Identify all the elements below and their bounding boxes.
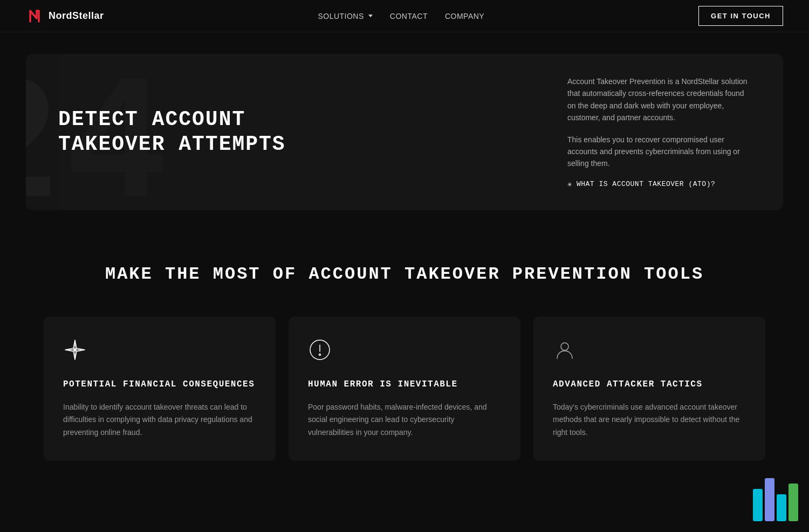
hero-section: 2 4 DETECT ACCOUNT TAKEOVER ATTEMPTS Acc… [26,54,783,210]
navbar: NordStellar SOLUTIONS CONTACT COMPANY GE… [0,0,809,32]
nav-contact[interactable]: CONTACT [390,12,428,20]
card-desc-human-error: Poor password habits, malware-infected d… [308,401,501,439]
ato-link-label: WHAT IS ACCOUNT TAKEOVER (ATO)? [577,180,715,188]
logo-icon [26,8,43,25]
card-title-human-error: HUMAN ERROR IS INEVITABLE [308,379,501,390]
feature-card-financial: POTENTIAL FINANCIAL CONSEQUENCES Inabili… [44,316,276,461]
nav-solutions[interactable]: SOLUTIONS [318,12,372,20]
alert-icon [308,338,501,364]
svg-point-5 [561,343,568,350]
logo[interactable]: NordStellar [26,8,104,25]
bar-1 [753,489,763,521]
star-bullet: ✳ [567,179,572,189]
hero-left: DETECT ACCOUNT TAKEOVER ATTEMPTS [58,107,535,156]
bar-4 [789,483,798,521]
card-title-financial: POTENTIAL FINANCIAL CONSEQUENCES [63,379,256,390]
ato-link[interactable]: ✳ WHAT IS ACCOUNT TAKEOVER (ATO)? [567,179,751,189]
hero-right: Account Takeover Prevention is a NordSte… [535,75,751,189]
feature-card-attacker: ADVANCED ATTACKER TACTICS Today's cyberc… [533,316,765,461]
features-title: MAKE THE MOST OF ACCOUNT TAKEOVER PREVEN… [26,264,783,284]
hero-description-1: Account Takeover Prevention is a NordSte… [567,75,751,124]
svg-point-4 [319,354,321,355]
star-icon [63,338,256,364]
nav-company[interactable]: COMPANY [445,12,484,20]
feature-card-human-error: HUMAN ERROR IS INEVITABLE Poor password … [289,316,520,461]
chevron-down-icon [368,15,373,17]
get-in-touch-button[interactable]: GET IN TOUCH [698,6,783,26]
card-desc-financial: Inability to identify account takeover t… [63,401,256,439]
features-cards: POTENTIAL FINANCIAL CONSEQUENCES Inabili… [26,316,783,461]
svg-text:2: 2 [26,54,57,210]
card-desc-attacker: Today's cybercriminals use advanced acco… [553,401,746,439]
nav-links: SOLUTIONS CONTACT COMPANY [318,12,484,20]
card-title-attacker: ADVANCED ATTACKER TACTICS [553,379,746,390]
bottom-graphic [753,478,798,521]
features-section: MAKE THE MOST OF ACCOUNT TAKEOVER PREVEN… [0,232,809,482]
hero-title: DETECT ACCOUNT TAKEOVER ATTEMPTS [58,107,290,156]
bar-2 [765,478,774,521]
user-icon [553,338,746,364]
bar-3 [777,494,786,521]
hero-description-2: This enables you to recover compromised … [567,134,751,170]
logo-text: NordStellar [49,10,104,22]
